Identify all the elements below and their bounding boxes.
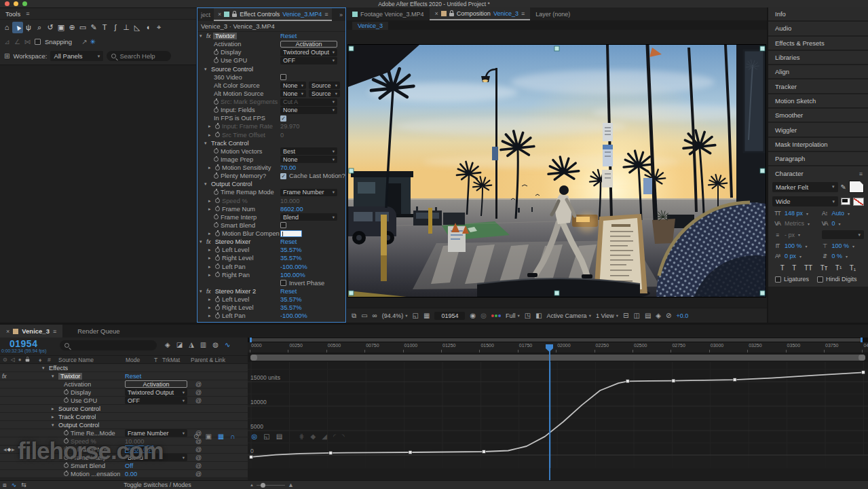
- kerning-value[interactable]: Metrics: [785, 220, 804, 227]
- property-value[interactable]: 35.57%: [280, 247, 302, 253]
- dropdown-off[interactable]: OFF▾: [280, 57, 337, 65]
- roi-icon[interactable]: ◱: [413, 312, 419, 319]
- property-value[interactable]: 100.00%: [280, 272, 305, 278]
- expand-icon[interactable]: ▸: [208, 255, 213, 261]
- property-value[interactable]: -100.00%: [280, 312, 307, 319]
- fill-color-swatch[interactable]: [849, 181, 864, 193]
- stopwatch-icon[interactable]: [215, 306, 220, 310]
- magnification-ratio[interactable]: (94.4%)▾: [382, 312, 408, 319]
- eyedropper-icon[interactable]: ✎: [841, 183, 846, 191]
- tracking-value[interactable]: 0: [832, 220, 835, 227]
- property-value[interactable]: 35.57%: [280, 255, 302, 261]
- expand-icon[interactable]: ▸: [208, 165, 213, 170]
- help-search-input[interactable]: Search Help: [107, 51, 171, 61]
- stopwatch-icon[interactable]: [215, 198, 220, 203]
- clone-stamp-tool[interactable]: ⊥: [121, 22, 132, 33]
- dropdown-none[interactable]: None▾: [280, 82, 306, 89]
- close-tab-icon[interactable]: ×: [6, 328, 10, 335]
- property-value[interactable]: 70.00: [280, 164, 296, 171]
- stopwatch-icon[interactable]: [215, 256, 220, 261]
- snapping-checkbox[interactable]: [35, 39, 41, 45]
- subscript-button[interactable]: T₁: [850, 264, 856, 272]
- param-button[interactable]: Activation: [280, 41, 337, 48]
- pan-behind-tool[interactable]: ⊕: [67, 22, 77, 33]
- reset-link[interactable]: Reset: [280, 33, 297, 39]
- effect-name[interactable]: Twixtor: [58, 373, 82, 380]
- workspace-select[interactable]: All Panels▾: [50, 51, 103, 61]
- horizontal-scale-value[interactable]: 100 %: [832, 242, 850, 249]
- sidebar-panel-motion-sketch[interactable]: Motion Sketch: [768, 94, 868, 107]
- dropdown-frame-number[interactable]: Frame Number▾: [125, 429, 187, 437]
- hand-tool[interactable]: ψ: [23, 22, 34, 33]
- roto-brush-tool[interactable]: ◖: [143, 22, 153, 33]
- sidebar-panel-effects-presets[interactable]: Effects & Presets: [768, 37, 868, 50]
- dropdown-cut-a[interactable]: Cut A▾: [280, 98, 337, 106]
- effect-name[interactable]: Twixtor: [213, 33, 237, 39]
- channels-icon[interactable]: [491, 314, 501, 317]
- property-value[interactable]: 29.970: [280, 123, 299, 130]
- keyframe-navigator[interactable]: ◀◆▶: [3, 447, 16, 452]
- ligatures-option[interactable]: Ligatures: [775, 276, 809, 283]
- expand-icon[interactable]: ▸: [208, 198, 213, 204]
- fit-selection-icon[interactable]: ◱: [263, 433, 269, 440]
- timeline-search-input[interactable]: [60, 340, 157, 350]
- stopwatch-icon[interactable]: [214, 157, 219, 162]
- superscript-button[interactable]: T¹: [835, 264, 842, 272]
- font-style-select[interactable]: Wide▾: [772, 196, 838, 206]
- current-frame-display[interactable]: 01954: [10, 338, 37, 349]
- pickwhip-icon[interactable]: @: [195, 471, 202, 477]
- expand-icon[interactable]: ▸: [208, 231, 213, 236]
- work-area-bar[interactable]: [248, 338, 868, 342]
- transparency-grid-icon[interactable]: ▦: [423, 312, 430, 319]
- panel-menu-icon[interactable]: ≡: [53, 328, 56, 335]
- window-controls[interactable]: [5, 1, 27, 6]
- mask-visibility-icon[interactable]: ✳: [90, 38, 96, 46]
- property-value[interactable]: 0.00: [125, 471, 137, 477]
- expand-icon[interactable]: ▸: [208, 132, 213, 138]
- twirl-icon[interactable]: ▾: [204, 181, 209, 187]
- checkbox[interactable]: ✓: [280, 115, 286, 122]
- expand-icon[interactable]: ▸: [208, 247, 213, 253]
- composition-stage[interactable]: [347, 30, 767, 308]
- dropdown-off[interactable]: OFF▾: [125, 397, 187, 404]
- axis-world-icon[interactable]: ∠: [13, 38, 22, 46]
- dropdown-frame-number[interactable]: Frame Number▾: [280, 189, 337, 196]
- dropdown-source[interactable]: Source▾: [309, 82, 340, 89]
- graph-editor-toggle-icon[interactable]: ∿: [12, 482, 17, 489]
- property-value[interactable]: 35.57%: [280, 304, 302, 311]
- video-monitor-icon[interactable]: ▭: [361, 312, 367, 319]
- twirl-icon[interactable]: ▾: [42, 365, 47, 371]
- always-preview-icon[interactable]: ⧉: [352, 312, 356, 320]
- mode-column[interactable]: Mode: [126, 357, 140, 363]
- stopwatch-icon[interactable]: [214, 223, 219, 228]
- add-keyframe-icon[interactable]: ◆: [311, 433, 316, 440]
- param-button[interactable]: Activation: [125, 380, 187, 388]
- property-value[interactable]: 8602.00: [280, 206, 303, 213]
- twirl-icon[interactable]: ▸: [52, 414, 56, 420]
- solo-icon[interactable]: ●: [18, 357, 22, 363]
- video-visibility-icon[interactable]: ⊙: [3, 357, 7, 363]
- brush-tool[interactable]: ʃ: [110, 22, 121, 33]
- dropdown-none[interactable]: None▾: [280, 107, 337, 114]
- sidebar-panel-tracker[interactable]: Tracker: [768, 79, 868, 92]
- panel-menu-icon[interactable]: ≡: [859, 170, 863, 177]
- easy-ease-icon[interactable]: ◢: [322, 433, 327, 440]
- checkbox[interactable]: [280, 280, 286, 286]
- time-navigator[interactable]: [248, 352, 868, 362]
- twirl-icon[interactable]: ▾: [204, 141, 209, 146]
- stroke-color-swatch[interactable]: [841, 198, 850, 205]
- pickwhip-icon[interactable]: @: [195, 463, 202, 469]
- expand-layer-switches-icon[interactable]: ⧈: [3, 482, 7, 489]
- stopwatch-icon[interactable]: [214, 174, 219, 179]
- choose-graph-properties-icon[interactable]: ⊙: [193, 433, 199, 440]
- mini-flowchart-icon[interactable]: ◫: [633, 312, 639, 319]
- stroke-width-value[interactable]: - px: [785, 232, 795, 238]
- stopwatch-icon[interactable]: [64, 398, 69, 403]
- reset-link[interactable]: Reset: [280, 288, 297, 295]
- toggle-switches-button[interactable]: Toggle Switches / Modes: [103, 482, 212, 488]
- close-tab-icon[interactable]: ×: [218, 11, 221, 18]
- camera-select[interactable]: Active Camera▾: [547, 312, 591, 319]
- stopwatch-icon[interactable]: [214, 50, 219, 55]
- property-value[interactable]: 10.000: [280, 198, 299, 204]
- checkbox[interactable]: [280, 222, 286, 228]
